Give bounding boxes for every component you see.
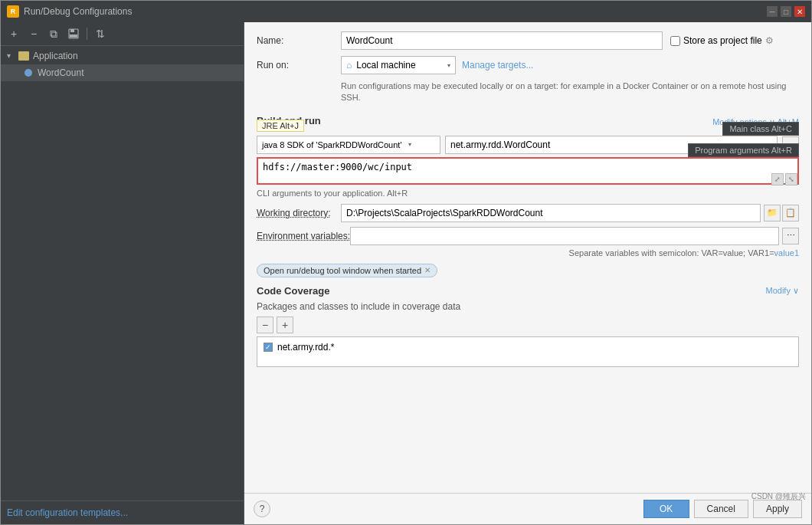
code-coverage-section: Code Coverage Modify ∨ Packages and clas…	[257, 285, 799, 367]
store-project-row: Store as project file ⚙	[670, 35, 774, 46]
working-directory-browse-button[interactable]: 📁	[764, 205, 781, 221]
help-button[interactable]: ?	[254, 500, 270, 517]
config-form: Name: Store as project file ⚙ Run on: ⌂ …	[244, 22, 811, 493]
working-directory-buttons: 📁 📋	[764, 205, 799, 221]
dropdown-arrow: ▾	[447, 62, 450, 69]
left-panel-footer: Edit configuration templates...	[1, 500, 244, 524]
coverage-item-label: net.army.rdd.*	[277, 342, 334, 353]
name-row: Name: Store as project file ⚙	[257, 31, 799, 50]
config-tree: ▾ Application WordCount	[1, 46, 244, 500]
tree-group-label: Application	[33, 51, 78, 61]
name-input[interactable]	[341, 31, 663, 50]
folder-icon	[18, 50, 30, 62]
value1-text: value1	[774, 248, 799, 258]
svg-rect-2	[70, 34, 77, 38]
run-on-label: Run on:	[257, 60, 341, 71]
env-vars-input[interactable]	[350, 227, 779, 245]
prog-args-container: Program arguments Alt+R hdfs://master:90…	[257, 157, 799, 187]
title-bar: R Run/Debug Configurations ─ □ ✕	[1, 1, 811, 22]
coverage-list: ✓ net.army.rdd.*	[257, 336, 799, 367]
bottom-bar: ? OK Cancel Apply	[244, 493, 811, 524]
env-vars-label: Environment variables:	[257, 231, 350, 241]
coverage-toolbar: − +	[257, 317, 799, 333]
left-toolbar: + − ⧉ ⇅	[1, 22, 244, 46]
svg-rect-1	[70, 29, 74, 32]
add-config-button[interactable]: +	[5, 25, 22, 42]
coverage-item-checkbox[interactable]: ✓	[264, 343, 273, 352]
coverage-remove-button[interactable]: −	[257, 317, 273, 333]
minimize-button[interactable]: ─	[767, 6, 778, 17]
watermark: CSDN @雉辰兴	[751, 491, 806, 502]
open-run-debug-tag[interactable]: Open run/debug tool window when started …	[257, 264, 437, 277]
tag-close-icon[interactable]: ✕	[424, 266, 431, 274]
copy-config-button[interactable]: ⧉	[45, 25, 62, 42]
expand-icons: ⤢ ⤡	[771, 173, 797, 185]
store-project-label: Store as project file	[683, 35, 762, 46]
app-icon: R	[7, 5, 19, 18]
run-on-value: Local machine	[356, 60, 415, 71]
working-directory-edit-button[interactable]: 📋	[782, 205, 799, 221]
run-on-row: Run on: ⌂ Local machine ▾ Manage targets…	[257, 56, 799, 74]
config-icon	[22, 67, 34, 79]
run-on-dropdown[interactable]: ⌂ Local machine ▾	[341, 56, 456, 74]
env-vars-edit-button[interactable]: ⋯	[782, 228, 799, 244]
tree-arrow-application: ▾	[7, 51, 16, 61]
working-directory-input[interactable]	[341, 204, 761, 222]
remove-config-button[interactable]: −	[25, 25, 42, 42]
sep-hint: Separate variables with semicolon: VAR=v…	[257, 248, 799, 258]
cli-hint: CLI arguments to your application. Alt+R	[257, 189, 799, 198]
window-controls: ─ □ ✕	[767, 6, 805, 17]
coverage-item: ✓ net.army.rdd.*	[260, 340, 795, 354]
save-config-button[interactable]	[65, 25, 82, 42]
tag-row: Open run/debug tool window when started …	[257, 264, 799, 277]
sdk-dropdown[interactable]: java 8 SDK of 'SparkRDDWordCount' ▾	[257, 136, 440, 154]
prog-args-input[interactable]: hdfs://master:9000/wc/input	[257, 157, 799, 185]
prog-args-row: hdfs://master:9000/wc/input ⤢ ⤡	[257, 157, 799, 187]
fullscreen-icon[interactable]: ⤡	[785, 173, 797, 185]
jre-hint: JRE Alt+J	[257, 120, 304, 132]
info-text: Run configurations may be executed local…	[341, 80, 799, 104]
main-window: R Run/Debug Configurations ─ □ ✕ + − ⧉	[0, 0, 812, 525]
tree-item-label: WordCount	[38, 67, 83, 78]
edit-templates-link[interactable]: Edit configuration templates...	[7, 507, 128, 518]
window-title: Run/Debug Configurations	[24, 6, 767, 17]
sdk-dropdown-arrow: ▾	[408, 141, 411, 148]
working-directory-label: Working directory:	[257, 208, 341, 218]
ok-button[interactable]: OK	[643, 500, 689, 518]
env-vars-row: Environment variables: ⋯	[257, 227, 799, 245]
coverage-modify-link[interactable]: Modify ∨	[766, 286, 799, 296]
build-run-toolbar: Build and run Modify options ∨ Alt+M	[257, 112, 799, 133]
sdk-label: java 8 SDK of 'SparkRDDWordCount'	[262, 140, 402, 149]
prog-args-tooltip: Program arguments Alt+R	[688, 143, 799, 157]
tag-label: Open run/debug tool window when started	[264, 266, 421, 275]
main-class-tooltip: Main class Alt+C	[722, 122, 799, 136]
toolbar-sep	[87, 28, 87, 40]
expand-icon[interactable]: ⤢	[771, 173, 784, 185]
close-button[interactable]: ✕	[794, 6, 805, 17]
coverage-desc: Packages and classes to include in cover…	[257, 301, 799, 312]
right-panel: Name: Store as project file ⚙ Run on: ⌂ …	[244, 22, 811, 524]
store-project-checkbox[interactable]	[670, 36, 680, 46]
coverage-title: Code Coverage	[257, 285, 329, 297]
coverage-add-button[interactable]: +	[277, 317, 293, 333]
apply-button[interactable]: Apply	[753, 500, 802, 518]
build-run-section: Build and run Modify options ∨ Alt+M Mai…	[257, 112, 799, 198]
working-directory-row: Working directory: 📁 📋	[257, 204, 799, 222]
gear-icon[interactable]: ⚙	[765, 35, 774, 46]
tree-item-wordcount[interactable]: WordCount	[1, 64, 244, 81]
cancel-button[interactable]: Cancel	[694, 500, 748, 518]
tree-group-application[interactable]: ▾ Application	[1, 48, 244, 64]
main-content: + − ⧉ ⇅ ▾	[1, 22, 811, 524]
sort-config-button[interactable]: ⇅	[92, 25, 109, 42]
manage-targets-link[interactable]: Manage targets...	[462, 60, 533, 71]
home-icon: ⌂	[346, 60, 352, 71]
left-panel: + − ⧉ ⇅ ▾	[1, 22, 244, 524]
prog-args-hint-box: Program arguments Alt+R	[688, 143, 799, 157]
main-class-hint-box: Main class Alt+C	[722, 122, 799, 136]
name-label: Name:	[257, 35, 341, 46]
jre-hint-container: JRE Alt+J java 8 SDK of 'SparkRDDWordCou…	[257, 136, 440, 154]
action-buttons: OK Cancel Apply	[643, 500, 802, 518]
maximize-button[interactable]: □	[781, 6, 791, 17]
coverage-header: Code Coverage Modify ∨	[257, 285, 799, 297]
jre-hint-box: JRE Alt+J	[257, 120, 307, 131]
